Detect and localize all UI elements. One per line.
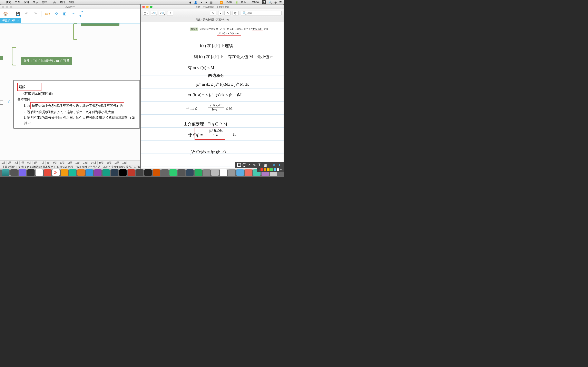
sheet-tab[interactable]: 6讲: [33, 161, 39, 165]
sheet-tab[interactable]: 9讲: [52, 161, 59, 165]
markup-toolbar-button[interactable]: Ⓐ: [233, 11, 239, 16]
dock-app[interactable]: [228, 169, 235, 176]
zoom-in-button[interactable]: +🔍: [159, 11, 165, 16]
node-edge[interactable]: [0, 100, 3, 105]
sheet-tab[interactable]: 3讲: [13, 161, 20, 165]
search-input[interactable]: [247, 12, 280, 15]
collapse-toggle[interactable]: −: [8, 100, 11, 103]
chrome-icon[interactable]: [35, 169, 43, 176]
dock-app[interactable]: [153, 169, 160, 176]
dock-app[interactable]: [136, 169, 143, 176]
sheet-tab[interactable]: 11讲: [66, 161, 74, 165]
minimize-button[interactable]: [6, 6, 8, 8]
dock-app[interactable]: [203, 169, 210, 176]
zoom-button[interactable]: [9, 6, 12, 8]
dropdown-icon[interactable]: ▾: [280, 168, 282, 172]
titlebar[interactable]: 高等数学: [0, 5, 140, 9]
redo-icon[interactable]: ↷: [33, 11, 38, 16]
status-icon[interactable]: ☁: [200, 1, 203, 4]
menu-go[interactable]: 前往: [42, 0, 47, 4]
document-tab[interactable]: 等数学18讲 ✕: [0, 18, 21, 23]
calendar-icon[interactable]: 24: [52, 169, 60, 176]
note-box[interactable]: 题眼： 证明ξ∈[a,b](闭区间) 基本思路： 1. 将待证命题中含ξ的项移至…: [13, 80, 140, 129]
dock-app[interactable]: [195, 169, 202, 176]
clock-time[interactable]: 上午8:57: [249, 0, 259, 4]
sheet-tab[interactable]: 13讲: [82, 161, 90, 165]
color-swatch[interactable]: [274, 168, 276, 171]
dock-app[interactable]: [119, 169, 127, 176]
dock-app[interactable]: [94, 169, 102, 176]
undo-icon[interactable]: ↶: [24, 11, 29, 16]
sheet-tab[interactable]: 5讲: [26, 161, 33, 165]
color-swatch[interactable]: [270, 168, 273, 171]
dock-app[interactable]: [169, 169, 177, 176]
markup-dropdown[interactable]: ▾: [218, 11, 222, 16]
dock-app[interactable]: [161, 169, 168, 176]
color-swatch[interactable]: [260, 168, 263, 171]
share-button[interactable]: ⇪: [167, 11, 173, 16]
sheet-tab[interactable]: 4讲: [20, 161, 26, 165]
markup-pen-button[interactable]: ✎: [210, 11, 216, 16]
save-tool[interactable]: ⬇: [278, 163, 282, 167]
dock-app[interactable]: [103, 169, 110, 176]
rotate-button[interactable]: ⟲: [224, 11, 231, 16]
file-tab[interactable]: 高数－第5讲例题 - 页面02.png: [141, 17, 284, 22]
dock-app[interactable]: [178, 169, 185, 176]
ime-indicator[interactable]: 拼: [262, 0, 266, 4]
undo-tool[interactable]: ✕: [273, 163, 277, 167]
dock-app[interactable]: [128, 169, 135, 176]
titlebar[interactable]: 高数－第5讲例题 - 页面02.png: [141, 5, 284, 9]
dock-app[interactable]: [61, 169, 68, 176]
dock-app[interactable]: [86, 169, 93, 176]
dock-app[interactable]: [211, 169, 219, 176]
text-tool[interactable]: T: [259, 163, 262, 167]
dock-app[interactable]: [44, 169, 51, 176]
sheet-tab[interactable]: 16讲: [105, 161, 113, 165]
node[interactable]: [81, 24, 120, 26]
sheet-tab[interactable]: 18讲: [121, 161, 129, 165]
boundary-icon[interactable]: ◧: [62, 11, 67, 16]
color-swatch[interactable]: [264, 168, 266, 171]
zoom-out-button[interactable]: −🔍: [151, 11, 157, 16]
sheet-tab[interactable]: 12讲: [74, 161, 82, 165]
menu-view[interactable]: 显示: [33, 0, 38, 4]
menu-file[interactable]: 文件: [15, 0, 20, 4]
rect-tool[interactable]: [237, 163, 241, 167]
dock-app[interactable]: [236, 169, 244, 176]
dock-app[interactable]: [144, 169, 152, 176]
menu-edit[interactable]: 编辑: [24, 0, 29, 4]
siri-icon[interactable]: ◐: [274, 1, 277, 4]
status-icon[interactable]: ✦: [205, 1, 208, 4]
arrow-tool[interactable]: ↗: [248, 163, 251, 167]
zoom-button[interactable]: [150, 6, 153, 8]
sidebar-toggle[interactable]: ◫▾: [143, 11, 149, 16]
node-condition[interactable]: 条件：f(x) 在[a,b]连续，(a.b) 可导: [21, 57, 72, 65]
menu-window[interactable]: 窗口: [60, 0, 65, 4]
dock-app[interactable]: [10, 169, 18, 176]
sheet-tab[interactable]: 10讲: [58, 161, 66, 165]
dock-app[interactable]: [111, 169, 118, 176]
color-swatch[interactable]: [267, 168, 269, 171]
save-icon[interactable]: 💾: [16, 11, 20, 16]
pen-tool[interactable]: ✎: [253, 163, 257, 167]
search-field[interactable]: 🔍: [241, 11, 282, 16]
dock-app[interactable]: [19, 169, 26, 176]
clock-day[interactable]: 周四: [241, 0, 246, 4]
sheet-tab[interactable]: 2讲: [7, 161, 13, 165]
dock-app[interactable]: [220, 169, 227, 176]
sheet-tab[interactable]: 8讲: [45, 161, 52, 165]
sheet-tab[interactable]: 17讲: [113, 161, 121, 165]
summary-icon[interactable]: ⫘: [71, 11, 76, 16]
spotlight-icon[interactable]: 🔍: [268, 1, 272, 4]
dock-app[interactable]: [186, 169, 194, 176]
topic-icon[interactable]: ▭▾: [45, 11, 50, 16]
close-button[interactable]: [142, 6, 145, 8]
dock-app[interactable]: [245, 169, 252, 176]
mindmap-canvas[interactable]: 条件：f(x) 在[a,b]连续，(a.b) 可导 − 题眼： 证明ξ∈[a,b…: [0, 24, 140, 160]
menu-help[interactable]: 帮助: [69, 0, 74, 4]
sheet-tab[interactable]: 7讲: [39, 161, 45, 165]
status-icon[interactable]: ▦: [210, 1, 213, 4]
relation-icon[interactable]: ⟲: [54, 11, 59, 16]
circle-tool[interactable]: [242, 163, 246, 167]
sheet-tab[interactable]: 14讲: [90, 161, 98, 165]
